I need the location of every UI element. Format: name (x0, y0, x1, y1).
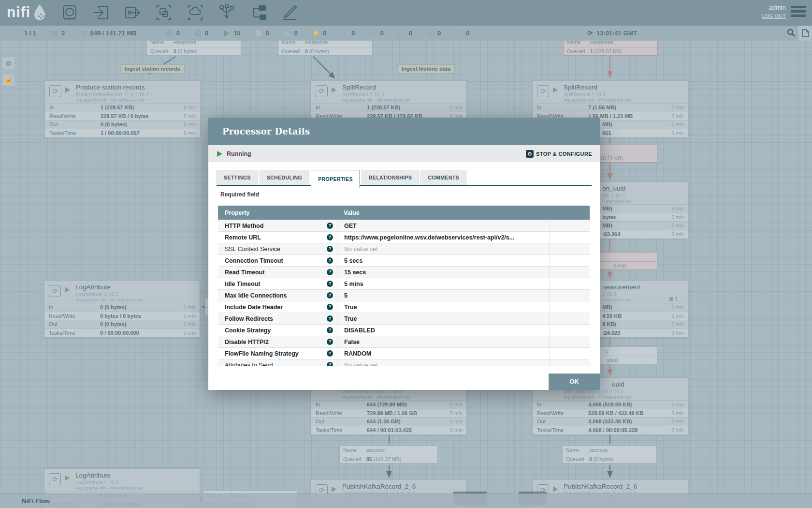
properties-table: Property Value HTTP Method? GET Remote U… (218, 206, 590, 366)
arrow-up-circle-icon: ↑ (398, 30, 405, 37)
help-icon[interactable]: ? (327, 315, 333, 322)
property-row: SSL Context Service? No value set (218, 243, 590, 254)
help-icon[interactable]: ? (327, 246, 333, 252)
help-icon[interactable]: ? (327, 350, 333, 357)
flow-label-ingest-historic[interactable]: Ingest historic data (397, 64, 455, 74)
remote-process-group-tool-icon[interactable] (186, 3, 204, 22)
help-icon[interactable]: ? (327, 327, 333, 333)
warning-icon (284, 30, 290, 36)
stale-count: ↑0 (398, 30, 412, 37)
current-user: admin (762, 4, 786, 11)
stopped-count: 0 (255, 30, 269, 37)
running-icon (65, 475, 70, 481)
help-icon[interactable]: ? (327, 304, 333, 310)
transmitting-icon (166, 30, 173, 36)
bolt-slash-icon: ⚡ (312, 30, 319, 37)
cluster-status: ❒1 / 1 (14, 30, 36, 37)
help-icon[interactable]: ? (327, 257, 333, 264)
disabled-count: ⚡0 (312, 30, 326, 37)
processor-icon: ⟳ (49, 285, 61, 297)
birdseye-icon: ◎ (5, 59, 11, 67)
tab-scheduling[interactable]: SCHEDULING (260, 170, 309, 185)
stop-icon (256, 30, 261, 36)
play-icon (224, 30, 229, 37)
list-icon: ≣ (80, 30, 87, 37)
help-icon[interactable]: ? (327, 281, 333, 287)
flow-label-ingest-station[interactable]: Ingest station records (120, 64, 185, 74)
output-port-tool-icon[interactable] (123, 3, 142, 22)
active-threads: ▦2 (51, 30, 65, 37)
property-row: Connection Timeout? 5 secs (218, 254, 590, 266)
hand-icon: ☝ (4, 76, 13, 84)
settings-button[interactable] (798, 26, 812, 41)
help-icon[interactable]: ? (327, 269, 333, 275)
property-row: Include Date Header? True (218, 301, 590, 313)
label-tool-icon[interactable] (280, 3, 299, 22)
running-icon (553, 486, 558, 492)
nifi-app: ◎ ☝ Ingest station records Ingest histor… (0, 0, 812, 508)
component-toolbar (60, 3, 299, 22)
funnel-tool-icon[interactable] (218, 3, 236, 22)
up-to-date-count: ✓0 (341, 30, 355, 37)
property-row: Follow Redirects? True (218, 313, 590, 324)
remote-not-transmitting: 0 (194, 30, 208, 37)
help-icon[interactable]: ? (327, 362, 333, 366)
input-port-tool-icon[interactable] (92, 3, 110, 22)
help-icon[interactable]: ? (327, 292, 333, 299)
ok-button[interactable]: OK (549, 374, 600, 390)
tab-comments[interactable]: COMMENTS (420, 170, 466, 185)
processor-icon: ⟳ (537, 85, 549, 97)
app-header: nifi admin LOG OUT (0, 0, 812, 26)
help-icon[interactable]: ? (327, 339, 333, 345)
processor-produce-station-records[interactable]: ⟳ Produce station records PublishKafkaRe… (44, 80, 201, 138)
refresh-icon[interactable]: ⟳ (587, 30, 593, 37)
connection-label[interactable]: Namesuccess Queued0 (0 bytes) (562, 446, 657, 463)
property-row: Disable HTTP/2? False (218, 336, 590, 347)
operate-palette-button[interactable]: ☝ (2, 74, 15, 87)
navigate-palette-button[interactable]: ◎ (2, 56, 15, 69)
tab-relationships[interactable]: RELATIONSHIPS (362, 170, 420, 185)
help-icon[interactable]: ? (327, 223, 333, 229)
document-icon (802, 29, 809, 37)
status-text: Running (227, 150, 251, 157)
search-button[interactable] (787, 29, 795, 38)
required-field-label: Required field (220, 191, 259, 198)
processor-icon: ⟳ (49, 473, 61, 485)
processor-tool-icon[interactable] (60, 3, 79, 22)
property-row: Remote URL? https://www.pegelonline.wsv.… (218, 231, 590, 243)
tab-settings[interactable]: SETTINGS (217, 170, 258, 185)
connection-label[interactable]: Namesuccess Queued85 (141.37 MB) (339, 446, 438, 463)
running-icon (65, 287, 70, 293)
processor-logattribute[interactable]: ⟳ LogAttribute LogAttribute 1.16.3 org.a… (44, 280, 200, 338)
column-value: Value (337, 209, 360, 216)
drop-icon (33, 4, 46, 20)
remote-transmitting: 0 (166, 30, 180, 37)
active-threads-badge: ▦ 1 (669, 296, 678, 301)
tab-properties[interactable]: PROPERTIES (311, 170, 360, 188)
help-icon[interactable]: ? (327, 234, 333, 240)
flow-status-bar: ❒1 / 1 ▦2 ≣549 / 141.71 MB 0 0 15 0 0 ⚡0… (0, 26, 812, 41)
running-icon (217, 151, 222, 157)
stop-and-configure-button[interactable]: ⚙ STOP & CONFIGURE (526, 150, 592, 158)
breadcrumb[interactable]: NiFi Flow (22, 497, 50, 505)
running-icon (65, 87, 70, 93)
property-row: Attributes to Send? No value set (218, 359, 590, 366)
global-menu-icon[interactable] (791, 6, 806, 19)
process-group-tool-icon[interactable] (155, 3, 173, 22)
dialog-status-bar: Running ⚙ STOP & CONFIGURE (208, 145, 600, 162)
table-header: Property Value (218, 206, 590, 220)
logout-link[interactable]: LOG OUT (762, 13, 786, 19)
dialog-header: Processor Details (208, 118, 600, 145)
property-row: Idle Timeout? 5 mins (218, 278, 590, 289)
processor-details-dialog: Processor Details Running ⚙ STOP & CONFI… (208, 118, 600, 390)
not-transmitting-icon (195, 30, 201, 36)
column-property: Property (218, 209, 337, 216)
property-row: Max Idle Connections? 5 (218, 289, 590, 301)
template-tool-icon[interactable] (249, 3, 267, 22)
gear-icon: ⚙ (526, 150, 534, 158)
breadcrumb-bar: NiFi Flow (0, 493, 812, 508)
check-icon: ✓ (341, 30, 348, 37)
running-count: 15 (223, 30, 240, 37)
dialog-tabs: SETTINGS SCHEDULING PROPERTIES RELATIONS… (217, 170, 468, 188)
processor-icon: ⟳ (49, 85, 61, 97)
